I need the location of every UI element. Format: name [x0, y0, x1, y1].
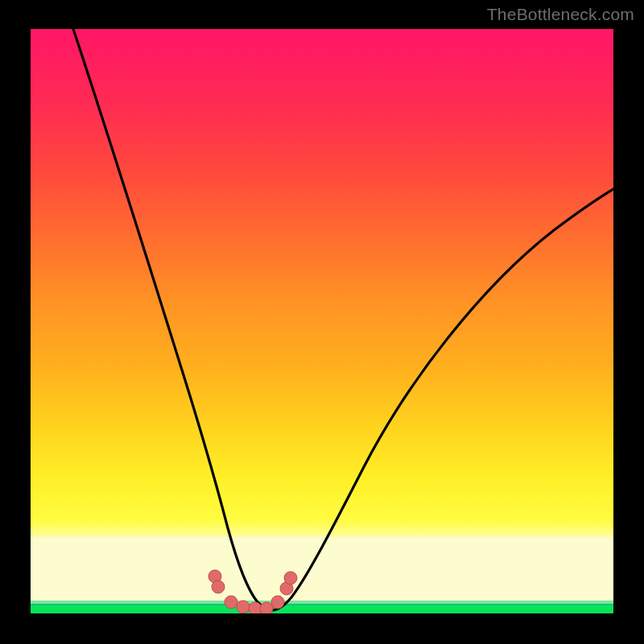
marker-dot — [237, 601, 250, 613]
curve-right-branch — [272, 182, 613, 610]
marker-group — [208, 570, 297, 613]
marker-dot — [212, 580, 225, 593]
curve-layer — [31, 29, 613, 613]
marker-dot — [225, 596, 237, 609]
marker-dot — [260, 602, 273, 613]
plot-area — [31, 29, 613, 613]
curve-left-branch — [65, 29, 272, 610]
watermark-text: TheBottleneck.com — [487, 5, 634, 24]
chart-frame: TheBottleneck.com — [0, 0, 644, 644]
marker-dot — [271, 596, 284, 609]
marker-dot — [284, 572, 297, 584]
